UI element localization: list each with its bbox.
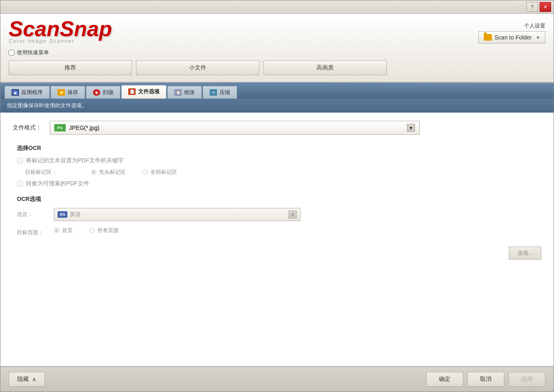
tab-app[interactable]: ▣ 应用程序 xyxy=(5,86,50,99)
ocr-radio2[interactable] xyxy=(142,169,148,175)
ocr-radio2-option[interactable]: 全部标记区 xyxy=(142,168,177,176)
tab-file-options[interactable]: 📄 文件选项 xyxy=(121,85,166,99)
lang-select-content: EN 英语 xyxy=(58,211,81,218)
footer-left: 隐藏 ∧ xyxy=(9,372,45,387)
presets-row: 推荐 小文件 高画质 xyxy=(9,60,545,75)
app-icon: ▣ xyxy=(12,89,19,96)
close-button[interactable]: ✕ xyxy=(540,2,551,12)
header: ScanSnap Color Image Scanner 个人设置 Scan t… xyxy=(0,14,554,83)
target-page-row: 目标页面： 首页 所有页面 xyxy=(17,227,541,238)
lang-icon: EN xyxy=(58,211,67,218)
scan-to-folder-button[interactable]: Scan to Folder ▼ xyxy=(478,31,545,44)
logo: ScanSnap xyxy=(9,18,112,39)
file-format-dropdown-arrow[interactable]: ▼ xyxy=(407,124,415,132)
scan-to-folder-label: Scan to Folder xyxy=(494,34,532,41)
options-btn-row: 选项... xyxy=(17,247,541,260)
ocr-section: 选择OCR 将标记的文本设置为PDF文件的关键字 目标标记区： 先头标记区 全部… xyxy=(13,145,541,187)
ocr-options-section: OCR选项 语言： EN 英语 ▼ 目标页面： xyxy=(13,196,541,260)
lang-row: 语言： EN 英语 ▼ xyxy=(17,208,541,221)
ocr-target-row: 目标标记区： 先头标记区 全部标记区 xyxy=(17,168,541,176)
preset-recommended-button[interactable]: 推荐 xyxy=(9,60,132,75)
quick-menu-checkbox-label[interactable]: 使用快速菜单 xyxy=(9,49,49,56)
tab-compress[interactable]: ⇥ 压缩 xyxy=(203,86,237,99)
file-format-value: JPEG(*.jpg) xyxy=(69,125,99,131)
help-button[interactable]: ? xyxy=(526,2,538,12)
chevron-up-icon: ∧ xyxy=(32,376,36,383)
target-radio2[interactable] xyxy=(89,228,95,233)
tab-paper[interactable]: 📋 纸张 xyxy=(167,86,202,99)
footer-right: 确定 取消 适用 xyxy=(426,372,545,387)
file-format-select[interactable]: PG JPEG(*.jpg) ▼ xyxy=(50,121,420,135)
quick-menu-row: 使用快速菜单 xyxy=(9,49,545,56)
personal-settings: 个人设置 Scan to Folder ▼ xyxy=(478,22,545,44)
main-content: 文件格式： PG JPEG(*.jpg) ▼ 选择OCR 将标记的文本设置为PD… xyxy=(0,113,554,366)
tab-file-options-label: 文件选项 xyxy=(138,88,159,95)
paper-icon: 📋 xyxy=(174,89,182,96)
ocr-checkbox1-row: 将标记的文本设置为PDF文件的关键字 xyxy=(17,157,541,164)
tab-app-label: 应用程序 xyxy=(21,89,43,96)
confirm-button[interactable]: 确定 xyxy=(426,372,463,387)
footer: 隐藏 ∧ 确定 取消 适用 xyxy=(0,366,554,392)
target-radio1[interactable] xyxy=(54,228,60,233)
tab-save[interactable]: 📁 保存 xyxy=(51,86,85,99)
target-radio1-label: 首页 xyxy=(62,227,73,234)
ocr-section-title: 选择OCR xyxy=(17,145,541,152)
lang-value: 英语 xyxy=(70,211,81,218)
scan-icon: ◉ xyxy=(93,89,100,96)
target-radio2-label: 所有页面 xyxy=(97,227,119,234)
target-page-options: 首页 所有页面 xyxy=(54,227,119,234)
target-radio1-option[interactable]: 首页 xyxy=(54,227,73,234)
tab-paper-label: 纸张 xyxy=(184,89,195,96)
ocr-radio1-label: 先头标记区 xyxy=(99,168,126,176)
ocr-radio1-option[interactable]: 先头标记区 xyxy=(91,168,126,176)
lang-label: 语言： xyxy=(17,211,50,218)
options-button[interactable]: 选项... xyxy=(509,247,541,260)
tab-save-label: 保存 xyxy=(67,89,78,96)
apply-button[interactable]: 适用 xyxy=(508,372,545,387)
ocr-keyword-checkbox[interactable] xyxy=(17,158,23,164)
compress-icon: ⇥ xyxy=(210,89,217,96)
hide-label: 隐藏 xyxy=(17,376,29,383)
ocr-keyword-label: 将标记的文本设置为PDF文件的关键字 xyxy=(26,157,124,164)
info-bar-text: 指定图像保存时使用的文件选项。 xyxy=(7,102,87,108)
lang-dropdown-arrow[interactable]: ▼ xyxy=(289,210,297,219)
ocr-checkbox2-row: 转换为可搜索的PDF文件 xyxy=(17,180,541,187)
info-bar: 指定图像保存时使用的文件选项。 xyxy=(0,99,554,113)
ocr-radio2-label: 全部标记区 xyxy=(150,168,177,176)
tabs-bar: ▣ 应用程序 📁 保存 ◉ 扫描 📄 文件选项 📋 纸张 ⇥ 压缩 xyxy=(0,83,554,99)
jpeg-icon: PG xyxy=(54,124,66,131)
logo-area: ScanSnap Color Image Scanner xyxy=(9,18,545,44)
file-format-row: 文件格式： PG JPEG(*.jpg) ▼ xyxy=(13,121,541,135)
tab-compress-label: 压缩 xyxy=(219,89,230,96)
preset-small-button[interactable]: 小文件 xyxy=(136,60,259,75)
file-format-label: 文件格式： xyxy=(13,124,46,131)
cancel-button[interactable]: 取消 xyxy=(467,372,504,387)
ocr-radio1[interactable] xyxy=(91,169,97,175)
dropdown-arrow-icon: ▼ xyxy=(536,35,540,40)
main-window: ? ✕ ScanSnap Color Image Scanner 个人设置 Sc… xyxy=(0,0,554,392)
target-radio2-option[interactable]: 所有页面 xyxy=(89,227,119,234)
ocr-target-label: 目标标记区： xyxy=(25,168,74,176)
tab-scan-label: 扫描 xyxy=(103,89,113,96)
ocr-searchable-label: 转换为可搜索的PDF文件 xyxy=(26,180,89,187)
titlebar: ? ✕ xyxy=(0,0,554,14)
file-format-select-content: PG JPEG(*.jpg) xyxy=(54,124,99,131)
preset-high-button[interactable]: 高画质 xyxy=(263,60,387,75)
ocr-searchable-checkbox[interactable] xyxy=(17,181,23,187)
lang-select[interactable]: EN 英语 ▼ xyxy=(54,208,300,221)
quick-menu-checkbox[interactable] xyxy=(9,50,14,55)
hide-button[interactable]: 隐藏 ∧ xyxy=(9,372,45,387)
file-icon: 📄 xyxy=(128,88,136,95)
quick-menu-label: 使用快速菜单 xyxy=(17,49,49,56)
target-page-label: 目标页面： xyxy=(17,229,50,236)
tab-scan[interactable]: ◉ 扫描 xyxy=(86,86,120,99)
folder-icon xyxy=(484,34,492,41)
save-icon: 📁 xyxy=(58,89,65,96)
ocr-options-title: OCR选项 xyxy=(17,196,541,203)
personal-settings-label: 个人设置 xyxy=(478,22,545,30)
